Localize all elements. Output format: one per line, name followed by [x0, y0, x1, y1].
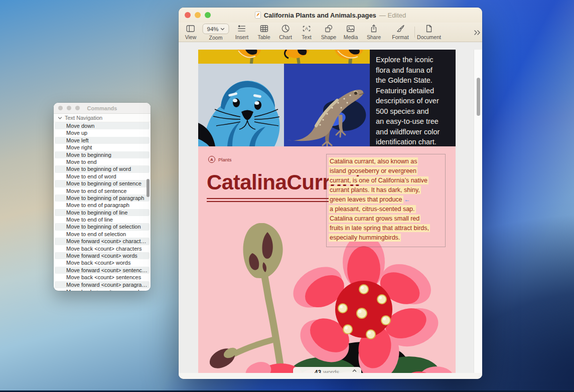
- edited-status: — Edited: [379, 12, 406, 19]
- command-item[interactable]: Move back <count> paragraphs: [55, 288, 150, 291]
- command-item[interactable]: Move to beginning: [55, 151, 150, 158]
- pages-traffic-lights: [185, 12, 211, 18]
- plants-badge: A Plants: [208, 156, 231, 163]
- svg-text:A: A: [305, 26, 308, 31]
- command-item[interactable]: Move to beginning of selection: [55, 223, 150, 230]
- text-button[interactable]: A Text: [302, 24, 312, 40]
- paragraph-line: Catalina currant grows small red: [329, 214, 443, 224]
- command-item[interactable]: Move down: [55, 122, 150, 129]
- command-item[interactable]: Move back <count> characters: [55, 245, 150, 252]
- chevron-down-icon: [221, 28, 225, 31]
- text-box-icon: A: [302, 24, 312, 34]
- chart-button[interactable]: Chart: [279, 24, 292, 40]
- command-item[interactable]: Move to end of paragraph: [55, 202, 150, 209]
- return-character-icon: [428, 177, 429, 184]
- paragraph-line: especially hummingbirds.: [329, 233, 443, 243]
- command-item[interactable]: Move forward <count> sentenc…: [55, 267, 150, 274]
- command-item[interactable]: Move to end: [55, 158, 150, 165]
- zoom-value: 94%: [207, 26, 218, 32]
- command-item[interactable]: Move to end of sentence: [55, 187, 150, 194]
- minimize-button[interactable]: [195, 12, 201, 18]
- command-item[interactable]: Move forward <count> words: [55, 252, 150, 259]
- commands-list: Move down Move up Move left Move right M…: [54, 122, 151, 291]
- return-character-icon: [417, 167, 418, 174]
- pages-toolbar: View 94% Zoom Insert: [179, 23, 482, 42]
- document-canvas: Explore the iconic flora and fauna of th…: [179, 50, 482, 373]
- command-item[interactable]: Move forward <count> charact…: [55, 238, 150, 245]
- table-button[interactable]: Table: [257, 24, 270, 40]
- command-item[interactable]: Move to end of line: [55, 216, 150, 223]
- poppy-strip-illustration: [198, 50, 370, 64]
- desktop-wallpaper: Commands Text Navigation Move down Move …: [0, 0, 574, 392]
- return-character-icon: [430, 225, 431, 232]
- intro-text-panel[interactable]: Explore the iconic flora and fauna of th…: [370, 50, 456, 146]
- command-item[interactable]: Move right: [55, 144, 150, 151]
- share-icon: [369, 24, 379, 34]
- intro-text: Explore the iconic flora and fauna of th…: [376, 55, 450, 147]
- command-item[interactable]: Move to end of selection: [55, 231, 150, 238]
- media-button[interactable]: Media: [344, 24, 358, 40]
- commands-scrollbar-thumb[interactable]: [147, 179, 150, 197]
- badge-label: Plants: [218, 157, 231, 162]
- shape-button[interactable]: Shape: [321, 24, 336, 40]
- return-character-icon: ←: [403, 196, 410, 203]
- document-button[interactable]: Document: [417, 24, 441, 40]
- word-count-stepper-icon[interactable]: [352, 369, 357, 373]
- section-text-navigation[interactable]: Text Navigation: [54, 114, 151, 122]
- command-item[interactable]: Move to beginning of word: [55, 165, 150, 172]
- double-chevron-right-icon: [473, 30, 481, 36]
- scrollbar-thumb[interactable]: [477, 78, 480, 116]
- document-icon: [424, 24, 434, 34]
- toolbar-overflow-button[interactable]: [473, 29, 481, 38]
- table-icon: [259, 24, 269, 34]
- command-item[interactable]: Move left: [55, 137, 150, 144]
- command-item[interactable]: Move forward <count> paragra…: [55, 281, 150, 288]
- command-item[interactable]: Move to end of word: [55, 173, 150, 180]
- zoom-control[interactable]: 94% Zoom: [202, 24, 229, 41]
- word-count-value: 43: [315, 369, 321, 373]
- sidebar-icon: [186, 24, 196, 34]
- command-item[interactable]: Move back <count> sentences: [55, 274, 150, 281]
- pages-window: California Plants and Animals.pages — Ed…: [179, 8, 482, 379]
- commands-window-title: Commands: [54, 105, 151, 111]
- window-footer: [179, 373, 482, 379]
- seal-illustration: [198, 64, 284, 146]
- share-button[interactable]: Share: [367, 24, 381, 40]
- return-character-icon: [420, 215, 421, 222]
- command-item[interactable]: Move to beginning of line: [55, 209, 150, 216]
- command-item[interactable]: Move to beginning of paragraph: [55, 194, 150, 202]
- close-button[interactable]: [185, 12, 191, 18]
- shapes-icon: [324, 24, 334, 34]
- plants-section: A Plants CatalinaCurrant Catalina curran…: [198, 146, 456, 373]
- commands-titlebar: Commands: [54, 103, 151, 114]
- return-character-icon: [401, 234, 402, 241]
- paragraph-line: Catalina currant, also known as: [329, 157, 443, 166]
- paragraph-line: currant, is one of California’s native: [329, 176, 443, 185]
- commands-window: Commands Text Navigation Move down Move …: [54, 103, 151, 291]
- paragraph-line: fruits in late spring that attract birds…: [329, 224, 443, 233]
- scrollbar-track[interactable]: [474, 50, 482, 373]
- command-item[interactable]: Move back <count> words: [55, 259, 150, 266]
- section-label: Text Navigation: [65, 115, 102, 121]
- return-character-icon: [418, 158, 419, 165]
- body-text-frame[interactable]: Catalina currant, also known as island g…: [326, 154, 446, 247]
- pages-document-icon: [255, 12, 261, 19]
- lizard-illustration: [284, 64, 370, 146]
- paragraph-line: a pleasant, citrus-scented sap.: [329, 205, 443, 214]
- format-button[interactable]: Format: [392, 24, 408, 40]
- paragraph: Catalina currant, also known as island g…: [329, 157, 443, 243]
- zoom-dropdown[interactable]: 94%: [202, 24, 229, 34]
- pages-titlebar: California Plants and Animals.pages — Ed…: [179, 8, 482, 23]
- badge-letter: A: [208, 156, 215, 163]
- paintbrush-icon: [395, 24, 405, 34]
- word-count-pill[interactable]: 43 words: [293, 367, 361, 373]
- document-title: California Plants and Animals.pages: [264, 12, 376, 19]
- paragraph-line: island gooseberry or evergreen: [329, 166, 443, 176]
- view-button[interactable]: View: [185, 24, 197, 40]
- command-item[interactable]: Move to beginning of sentence: [55, 180, 150, 187]
- command-item[interactable]: Move up: [55, 129, 150, 136]
- document-page[interactable]: Explore the iconic flora and fauna of th…: [198, 50, 456, 373]
- page-top-collage: Explore the iconic flora and fauna of th…: [198, 50, 456, 146]
- window-title: California Plants and Animals.pages — Ed…: [209, 12, 452, 19]
- insert-button[interactable]: Insert: [235, 24, 248, 40]
